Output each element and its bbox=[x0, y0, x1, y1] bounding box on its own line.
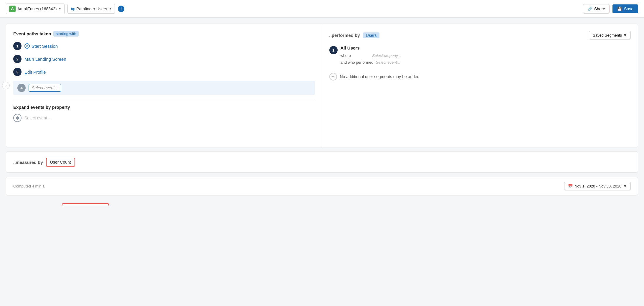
expand-select-row: ✱ Select event... bbox=[13, 114, 315, 122]
event-step-3: 3 Edit Profile bbox=[13, 68, 315, 76]
app-selector[interactable]: A AmpliTunes (168342) ▼ bbox=[6, 4, 65, 14]
measured-by-label: ..measured by bbox=[13, 160, 43, 165]
expand-arrow-button[interactable]: › bbox=[2, 82, 10, 89]
share-button[interactable]: 🔗 Share bbox=[583, 4, 610, 14]
measured-by-card: ..measured by User Count bbox=[6, 152, 638, 173]
select-property-dropdown[interactable]: Select property... bbox=[372, 53, 401, 58]
header-left: A AmpliTunes (168342) ▼ ⇆ Pathfinder Use… bbox=[6, 4, 124, 14]
add-segment-button[interactable]: + bbox=[329, 73, 337, 80]
segment-label: Pathfinder Users bbox=[76, 6, 107, 11]
save-icon: 💾 bbox=[617, 6, 622, 11]
performed-by-header: ..performed by Users Saved Segments ▼ bbox=[329, 31, 631, 40]
step-label-2[interactable]: Main Landing Screen bbox=[24, 57, 66, 62]
no-segments-text: No additional user segments may be added bbox=[340, 74, 420, 79]
where-label: where bbox=[341, 53, 370, 58]
step-label-1[interactable]: ⊕ Start Session bbox=[24, 43, 58, 49]
all-users-title: All Users bbox=[341, 45, 631, 50]
all-users-content: All Users where Select property... and w… bbox=[341, 45, 631, 67]
top-panel-card: › Event paths taken starting with 1 ⊕ St… bbox=[6, 24, 638, 147]
step-num-1: 1 bbox=[13, 42, 22, 50]
select-event-dropdown[interactable]: Select event... bbox=[376, 60, 400, 65]
link-icon: 🔗 bbox=[587, 6, 592, 11]
and-who-row: and who performed Select event... bbox=[341, 60, 631, 65]
performed-label: ..performed by Users bbox=[329, 33, 380, 38]
event-paths-label: Event paths taken bbox=[13, 31, 51, 36]
segment-chevron-icon: ▼ bbox=[109, 7, 112, 10]
measure-dropdown: User Count Session Count bbox=[62, 203, 109, 205]
starting-with-tag: starting with bbox=[53, 31, 78, 37]
segment-num-1: 1 bbox=[329, 46, 338, 54]
where-row: where Select property... bbox=[341, 53, 631, 58]
step-num-2: 2 bbox=[13, 55, 22, 63]
app-name: AmpliTunes (168342) bbox=[17, 6, 57, 11]
globe-icon-1: ⊕ bbox=[24, 43, 30, 49]
footer-panel-card: Computed 4 min a 📅 Nov 1, 2020 - Nov 30,… bbox=[6, 177, 638, 195]
step-num-3: 3 bbox=[13, 68, 22, 76]
and-who-label: and who performed bbox=[341, 60, 374, 65]
computed-text: Computed 4 min a bbox=[13, 184, 44, 188]
step-4-row: 4 Select event... bbox=[13, 81, 315, 95]
users-tag[interactable]: Users bbox=[363, 32, 380, 38]
header-right: 🔗 Share 💾 Save bbox=[583, 4, 638, 14]
step-label-3[interactable]: Edit Profile bbox=[24, 70, 46, 75]
expand-asterisk-icon: ✱ bbox=[13, 114, 22, 122]
date-chevron-icon: ▼ bbox=[623, 184, 627, 188]
select-event-input[interactable]: Select event... bbox=[29, 84, 61, 92]
panel-title: Event paths taken starting with bbox=[13, 31, 315, 37]
saved-segments-button[interactable]: Saved Segments ▼ bbox=[589, 31, 631, 40]
add-segment-row: + No additional user segments may be add… bbox=[329, 73, 631, 80]
expand-placeholder: Select event... bbox=[24, 116, 51, 120]
user-count-button[interactable]: User Count bbox=[46, 158, 75, 167]
saved-segments-chevron-icon: ▼ bbox=[623, 33, 627, 37]
segment-icon: ⇆ bbox=[71, 6, 75, 11]
dropdown-user-count[interactable]: User Count bbox=[62, 204, 108, 205]
calendar-icon: 📅 bbox=[568, 184, 573, 188]
info-icon[interactable]: i bbox=[118, 6, 124, 12]
date-range-button[interactable]: 📅 Nov 1, 2020 - Nov 30, 2020 ▼ bbox=[564, 182, 631, 190]
measured-by-row: ..measured by User Count bbox=[13, 158, 631, 167]
save-button[interactable]: 💾 Save bbox=[612, 4, 638, 13]
app-icon: A bbox=[9, 6, 16, 12]
segment-selector[interactable]: ⇆ Pathfinder Users ▼ bbox=[67, 4, 115, 14]
event-step-2: 2 Main Landing Screen bbox=[13, 55, 315, 63]
step-num-4: 4 bbox=[17, 84, 26, 92]
header: A AmpliTunes (168342) ▼ ⇆ Pathfinder Use… bbox=[0, 0, 644, 18]
all-users-row: 1 All Users where Select property... and… bbox=[329, 45, 631, 67]
main-content: › Event paths taken starting with 1 ⊕ St… bbox=[0, 18, 644, 205]
event-step-1: 1 ⊕ Start Session bbox=[13, 42, 315, 50]
left-panel: › Event paths taken starting with 1 ⊕ St… bbox=[6, 24, 322, 147]
right-panel: ..performed by Users Saved Segments ▼ 1 … bbox=[322, 24, 638, 147]
divider bbox=[13, 100, 315, 100]
app-chevron-icon: ▼ bbox=[58, 7, 61, 10]
expand-events-title: Expand events by property bbox=[13, 105, 315, 110]
